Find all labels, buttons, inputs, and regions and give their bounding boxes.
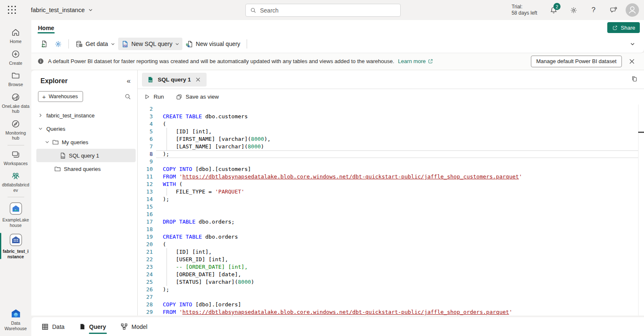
code-line-9[interactable]: 9 xyxy=(138,158,638,165)
code-line-21[interactable]: 21 [ID] [int], xyxy=(138,248,638,256)
code-line-11[interactable]: 11FROM 'https://dbtlabsynapsedatalake.bl… xyxy=(138,173,638,181)
code-line-25[interactable]: 25 [STATUS] [varchar](8000) xyxy=(138,278,638,286)
workspace-switcher[interactable]: fabric_test_instance xyxy=(31,7,93,13)
tree-item-shared-queries[interactable]: Shared queries xyxy=(36,162,136,176)
code-line-15[interactable]: 15 xyxy=(138,203,638,211)
code-line-18[interactable]: 18 xyxy=(138,226,638,233)
chevron-down-icon[interactable] xyxy=(45,140,50,145)
create-icon xyxy=(11,49,20,59)
help-button[interactable]: ? xyxy=(586,2,601,18)
tree-item-fabric-test-instance[interactable]: fabric_test_instance xyxy=(36,109,136,122)
code-line-6[interactable]: 6 [FIRST_NAME] [varchar](8000), xyxy=(138,135,638,143)
model-icon xyxy=(120,323,128,331)
code-line-13[interactable]: 13 FILE_TYPE = 'PARQUET' xyxy=(138,188,638,196)
rail-item-fabric-test-instance[interactable]: fabric_test_instance xyxy=(0,230,31,262)
rail-item-create[interactable]: Create xyxy=(0,47,31,69)
tab-home[interactable]: Home xyxy=(34,22,58,33)
line-content: ( xyxy=(153,241,166,248)
line-number: 9 xyxy=(138,158,153,165)
rail-item-examplelakehouse[interactable]: ≈ExampleLakehouse xyxy=(0,199,31,230)
code-line-14[interactable]: 14); xyxy=(138,196,638,203)
rail-item-label: OneLake data hub xyxy=(2,104,30,114)
code-line-2[interactable]: 2 xyxy=(138,105,638,113)
new-sql-query-button[interactable]: SQL New SQL query xyxy=(118,38,182,50)
manage-dataset-button[interactable]: Manage default Power BI dataset xyxy=(531,56,622,67)
rail-item-browse[interactable]: Browse xyxy=(0,68,31,90)
line-content: [FIRST_NAME] [varchar](8000), xyxy=(153,135,270,143)
line-content xyxy=(153,293,163,301)
explorer-search-icon[interactable] xyxy=(124,93,131,100)
line-number: 28 xyxy=(138,301,153,308)
settings-button[interactable] xyxy=(566,2,581,18)
code-line-19[interactable]: 19CREATE TABLE dbo.orders xyxy=(138,233,638,241)
folder-icon xyxy=(54,165,61,173)
search-input[interactable] xyxy=(260,7,396,14)
line-number: 25 xyxy=(138,278,153,286)
line-content xyxy=(153,211,163,218)
view-tab-model[interactable]: Model xyxy=(120,317,147,336)
indent-guide xyxy=(167,278,167,286)
run-button[interactable]: Run xyxy=(144,94,164,100)
global-search[interactable] xyxy=(245,4,401,17)
workspace-name: fabric_test_instance xyxy=(31,7,85,13)
code-line-16[interactable]: 16 xyxy=(138,211,638,218)
rail-item-data-warehouse[interactable]: Data Warehouse xyxy=(0,305,31,333)
notifications-button[interactable]: 2 xyxy=(546,2,561,18)
banner-dismiss-button[interactable] xyxy=(626,55,638,68)
close-icon xyxy=(195,77,201,82)
copy-button[interactable] xyxy=(631,75,638,83)
ribbon-toolbar: Get data SQL New SQL query New visual qu… xyxy=(31,35,644,53)
learn-more-link[interactable]: Learn more xyxy=(398,58,433,64)
editor-overview-ruler[interactable] xyxy=(638,104,644,316)
code-line-28[interactable]: 28COPY INTO [dbo].[orders] xyxy=(138,301,638,308)
ribbon-tab-row: Home Share xyxy=(31,20,644,35)
code-line-20[interactable]: 20( xyxy=(138,241,638,248)
chevron-right-icon[interactable] xyxy=(38,113,43,118)
line-content: [ORDER_DATE] [date], xyxy=(153,271,241,278)
tab-sql-query-1[interactable]: SQL SQL query 1 xyxy=(142,73,207,87)
tree-item-my-queries[interactable]: My queries xyxy=(36,135,136,149)
settings-toolbar-button[interactable] xyxy=(51,38,65,50)
feedback-button[interactable] xyxy=(606,2,621,18)
view-tab-query[interactable]: Query xyxy=(79,317,106,336)
save-as-view-button[interactable]: Save as view xyxy=(176,94,219,100)
chevron-down-icon[interactable] xyxy=(38,126,43,131)
code-line-24[interactable]: 24 [ORDER_DATE] [date], xyxy=(138,271,638,278)
code-line-4[interactable]: 4( xyxy=(138,120,638,128)
get-data-button[interactable]: Get data xyxy=(72,38,118,50)
close-tab-button[interactable] xyxy=(194,76,202,83)
code-line-27[interactable]: 27 xyxy=(138,293,638,301)
rail-item-monitoring-hub[interactable]: Monitoring hub xyxy=(0,117,31,143)
code-line-3[interactable]: 3CREATE TABLE dbo.customers xyxy=(138,113,638,120)
line-number: 17 xyxy=(138,218,153,226)
tree-item-sql-query-1[interactable]: SQLSQL query 1 xyxy=(36,149,136,162)
tree-item-queries[interactable]: Queries xyxy=(36,122,136,135)
code-line-26[interactable]: 26); xyxy=(138,286,638,293)
new-visual-query-button[interactable]: New visual query xyxy=(182,38,243,50)
toolbar-collapse-button[interactable] xyxy=(627,38,638,50)
share-button[interactable]: Share xyxy=(607,22,640,33)
gear-icon xyxy=(570,6,578,14)
line-content: FROM 'https://dbtlabsynapsedatalake.blob… xyxy=(153,308,512,316)
refresh-button[interactable] xyxy=(37,38,51,50)
rail-item-label: Monitoring hub xyxy=(2,130,30,141)
code-line-5[interactable]: 5 [ID] [int], xyxy=(138,128,638,135)
code-line-22[interactable]: 22 [USER_ID] [int], xyxy=(138,256,638,263)
code-line-8[interactable]: 8); xyxy=(138,150,638,158)
code-line-10[interactable]: 10COPY INTO [dbo].[customers] xyxy=(138,165,638,173)
rail-item-workspaces[interactable]: Workspaces xyxy=(0,147,31,169)
app-launcher-icon[interactable] xyxy=(3,0,22,20)
rail-item-home[interactable]: Home xyxy=(0,25,31,47)
rail-item-onelake-data-hub[interactable]: OneLake data hub xyxy=(0,90,31,117)
code-line-23[interactable]: 23 -- [ORDER_DATE] [int], xyxy=(138,263,638,271)
add-warehouses-button[interactable]: + Warehouses xyxy=(38,91,83,102)
collapse-pane-icon[interactable]: « xyxy=(127,77,131,85)
code-line-7[interactable]: 7 [LAST_NAME] [varchar](8000) xyxy=(138,143,638,150)
sql-code-editor[interactable]: 23CREATE TABLE dbo.customers4(5 [ID] [in… xyxy=(138,104,644,316)
rail-item-dbtlabsfabricdev[interactable]: dbtlabsfabricdev xyxy=(0,168,31,195)
account-avatar[interactable] xyxy=(626,3,639,17)
view-tab-data[interactable]: Data xyxy=(41,317,65,336)
code-line-29[interactable]: 29FROM 'https://dbtlabsynapsedatalake.bl… xyxy=(138,308,638,316)
code-line-17[interactable]: 17DROP TABLE dbo.orders; xyxy=(138,218,638,226)
code-line-12[interactable]: 12WITH ( xyxy=(138,181,638,188)
